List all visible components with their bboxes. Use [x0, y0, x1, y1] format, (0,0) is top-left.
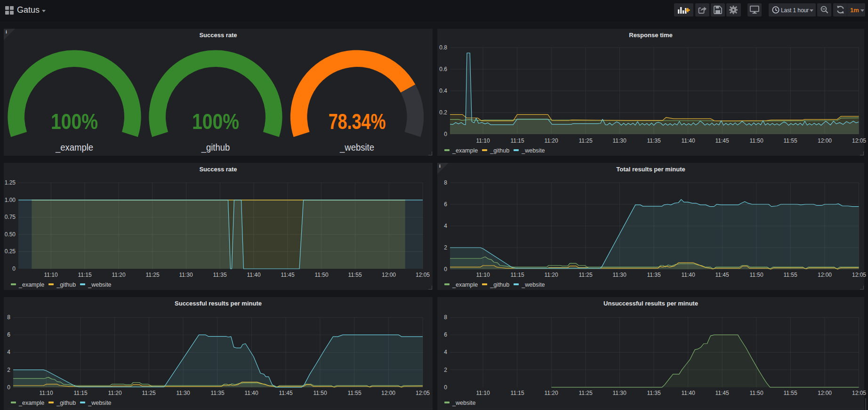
svg-text:100%: 100% — [51, 109, 98, 134]
svg-text:_website: _website — [339, 143, 374, 153]
svg-text:_github: _github — [201, 143, 230, 153]
svg-text:78.34%: 78.34% — [329, 110, 386, 134]
svg-text:100%: 100% — [192, 109, 239, 134]
svg-text:_example: _example — [55, 143, 93, 153]
